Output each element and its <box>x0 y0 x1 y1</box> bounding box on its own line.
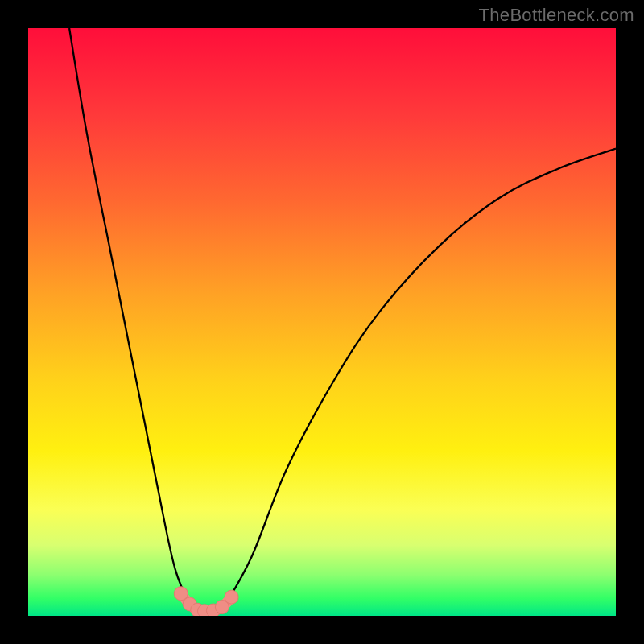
bottleneck-curve-left-path <box>69 28 192 610</box>
bottleneck-curve-right-path <box>222 149 616 610</box>
marker-group <box>174 587 238 616</box>
curve-layer <box>28 28 616 616</box>
plot-area <box>28 28 616 616</box>
chart-frame: TheBottleneck.com <box>0 0 644 644</box>
watermark-text: TheBottleneck.com <box>479 5 634 26</box>
marker-dot <box>225 590 238 604</box>
